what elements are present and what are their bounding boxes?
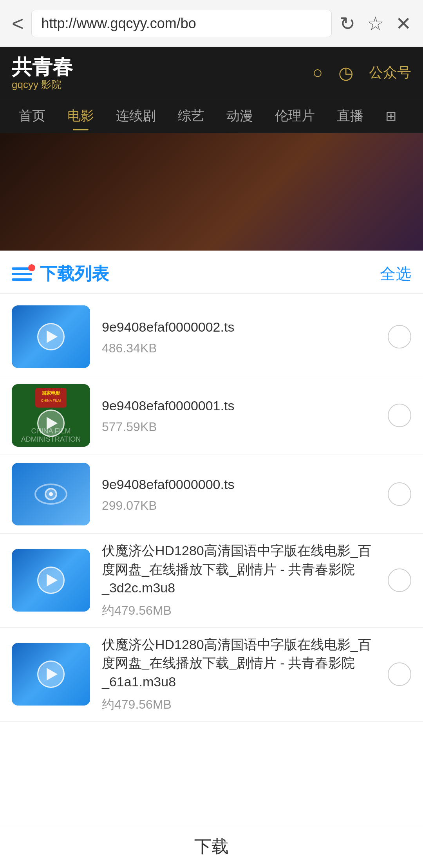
item-thumbnail-4[interactable] [12,549,90,612]
browser-actions: ↻ ☆ ✕ [340,13,411,34]
hero-banner [0,133,423,251]
nav-anime-label: 动漫 [226,107,253,125]
refresh-icon[interactable]: ↻ [340,13,355,34]
nav-series-label: 连续剧 [116,107,156,125]
select-all-button[interactable]: 全选 [380,263,411,285]
film-ribbon: 国家电影 CHINA FILM [31,386,70,417]
nav-live[interactable]: 直播 [326,98,374,134]
nav-movies-label: 电影 [67,107,94,125]
nav-live-label: 直播 [337,107,363,125]
download-list-title: 下载列表 [40,262,109,285]
logo-main-text: 共青春 [12,54,73,81]
eye-svg-icon [33,480,69,508]
item-filename-2: 9e9408efaf0000001.ts [102,397,376,415]
nav-ethics[interactable]: 伦理片 [264,98,326,134]
item-size-1: 486.34KB [102,341,376,356]
thumbnail-bg-blue-3 [12,643,90,706]
item-size-2: 577.59KB [102,420,376,434]
download-header: 下载列表 全选 [0,251,423,294]
item-filename-1: 9e9408efaf0000002.ts [102,318,376,337]
list-item: 伏魔济公HD1280高清国语中字版在线电影_百度网盘_在线播放下载_剧情片 - … [0,534,423,628]
download-header-left: 下载列表 [12,262,109,285]
list-item: 9e9408efaf0000002.ts 486.34KB [0,298,423,376]
thumbnail-bg-blue-2 [12,549,90,612]
notification-dot [28,264,35,271]
item-size-3: 299.07KB [102,498,376,513]
browser-back-button[interactable]: < [12,12,24,35]
nav-variety-label: 综艺 [178,107,204,125]
item-filename-3: 9e9408efaf0000000.ts [102,475,376,494]
nav-home-label: 首页 [19,107,45,125]
menu-bar-2 [12,273,32,275]
item-checkbox-2[interactable] [388,404,411,427]
item-info-4: 伏魔济公HD1280高清国语中字版在线电影_百度网盘_在线播放下载_剧情片 - … [102,541,376,619]
list-item: 伏魔济公HD1280高清国语中字版在线电影_百度网盘_在线播放下载_剧情片 - … [0,628,423,722]
thumbnail-bg-eye [12,463,90,525]
nav-movies[interactable]: 电影 [56,98,105,134]
item-thumbnail-1[interactable] [12,305,90,368]
history-icon[interactable]: ◷ [338,63,353,83]
play-triangle-icon [47,330,58,343]
item-thumbnail-2[interactable]: 国家电影 CHINA FILM CHINA FILM ADMINISTRATIO… [12,384,90,447]
item-thumbnail-5[interactable] [12,643,90,706]
list-item: 9e9408efaf0000000.ts 299.07KB [0,455,423,534]
download-section: 下载列表 全选 9e9408efaf0000002.ts 486.34KB [0,251,423,725]
public-account-link[interactable]: 公众号 [369,63,411,82]
item-checkbox-5[interactable] [388,662,411,686]
list-item: 国家电影 CHINA FILM CHINA FILM ADMINISTRATIO… [0,376,423,455]
download-list: 9e9408efaf0000002.ts 486.34KB 国家电影 CHINA… [0,294,423,725]
item-info-3: 9e9408efaf0000000.ts 299.07KB [102,475,376,513]
item-thumbnail-3[interactable] [12,463,90,525]
thumbnail-bg-blue [12,305,90,368]
play-triangle-icon [47,574,58,586]
svg-text:CHINA FILM: CHINA FILM [41,399,61,402]
play-button-circle [37,567,65,594]
item-filename-5: 伏魔济公HD1280高清国语中字版在线电影_百度网盘_在线播放下载_剧情片 - … [102,635,376,691]
nav-ethics-label: 伦理片 [275,107,315,125]
url-text: http://www.gqcyy.com/bo [41,15,196,32]
thumbnail-bg-green: 国家电影 CHINA FILM CHINA FILM ADMINISTRATIO… [12,384,90,447]
download-button[interactable]: 下载 [194,835,229,858]
menu-bar-3 [12,278,32,281]
nav-more[interactable]: ⊞ [374,98,407,134]
bottom-download-bar: 下载 [0,825,423,868]
play-triangle-icon [47,668,58,680]
nav-variety[interactable]: 综艺 [167,98,215,134]
item-info-1: 9e9408efaf0000002.ts 486.34KB [102,318,376,356]
item-checkbox-3[interactable] [388,482,411,506]
url-bar[interactable]: http://www.gqcyy.com/bo [31,10,332,37]
menu-icon[interactable] [12,267,32,281]
header-icons: ○ ◷ 公众号 [312,63,411,83]
item-filename-4: 伏魔济公HD1280高清国语中字版在线电影_百度网盘_在线播放下载_剧情片 - … [102,541,376,597]
svg-text:国家电影: 国家电影 [42,390,61,396]
logo-sub-text: gqcyy 影院 [12,78,73,92]
browser-chrome: < http://www.gqcyy.com/bo ↻ ☆ ✕ [0,0,423,47]
nav-home[interactable]: 首页 [8,98,56,134]
search-icon[interactable]: ○ [312,63,323,82]
item-info-5: 伏魔济公HD1280高清国语中字版在线电影_百度网盘_在线播放下载_剧情片 - … [102,635,376,713]
site-header: 共青春 gqcyy 影院 ○ ◷ 公众号 [0,47,423,98]
nav-anime[interactable]: 动漫 [215,98,264,134]
play-button-circle [37,323,65,350]
site-navigation: 首页 电影 连续剧 综艺 动漫 伦理片 直播 ⊞ [0,98,423,133]
hero-overlay [0,133,423,251]
bottom-spacer [0,725,423,776]
item-checkbox-4[interactable] [388,568,411,592]
star-icon[interactable]: ☆ [367,13,384,34]
svg-point-5 [49,492,53,496]
site-logo: 共青春 gqcyy 影院 [12,54,73,92]
nav-more-icon: ⊞ [385,108,396,124]
close-icon[interactable]: ✕ [396,13,411,34]
item-info-2: 9e9408efaf0000001.ts 577.59KB [102,397,376,435]
item-size-5: 约479.56MB [102,696,376,713]
play-button-circle [37,660,65,688]
nav-series[interactable]: 连续剧 [105,98,167,134]
film-cert-text: CHINA FILM ADMINISTRATION [12,427,90,444]
item-size-4: 约479.56MB [102,602,376,619]
item-checkbox-1[interactable] [388,325,411,348]
